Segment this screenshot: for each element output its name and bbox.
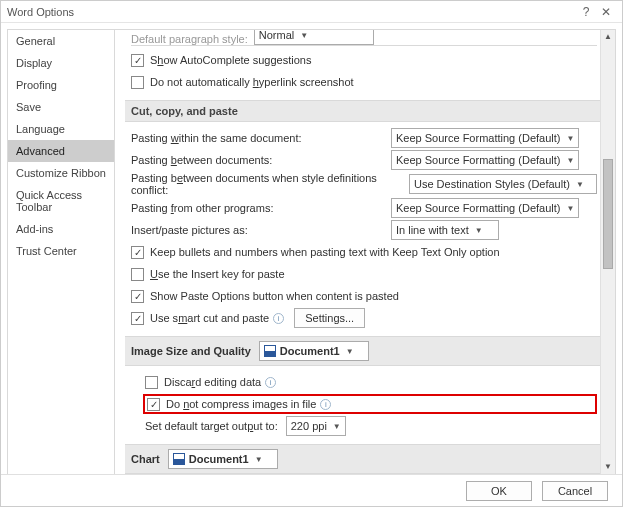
chevron-down-icon: ▼ (566, 204, 574, 213)
checkbox-hyperlink-screenshot[interactable] (131, 76, 144, 89)
dropdown-paste-between[interactable]: Keep Source Formatting (Default)▼ (391, 150, 579, 170)
chevron-down-icon: ▼ (576, 180, 584, 189)
label-paste-same: Pasting within the same document: (131, 132, 391, 144)
scroll-down-arrow-icon[interactable]: ▼ (601, 460, 615, 474)
label-autocomplete: Show AutoComplete suggestions (150, 54, 311, 66)
label-insert-pictures: Insert/paste pictures as: (131, 224, 391, 236)
sidebar-item-customize-ribbon[interactable]: Customize Ribbon (8, 162, 114, 184)
checkbox-smart-cut[interactable] (131, 312, 144, 325)
default-paragraph-label: Default paragraph style: (131, 33, 248, 45)
label-insert-key: Use the Insert key for paste (150, 268, 285, 280)
dropdown-paste-conflict[interactable]: Use Destination Styles (Default)▼ (409, 174, 597, 194)
label-paste-other: Pasting from other programs: (131, 202, 391, 214)
checkbox-keep-bullets[interactable] (131, 246, 144, 259)
chevron-down-icon: ▼ (566, 156, 574, 165)
label-hyperlink-screenshot: Do not automatically hyperlink screensho… (150, 76, 354, 88)
document-icon (264, 345, 276, 357)
sidebar-item-advanced[interactable]: Advanced (8, 140, 114, 162)
section-image-size-quality: Image Size and Quality Document1▼ (125, 336, 603, 366)
sidebar-item-general[interactable]: General (8, 30, 114, 52)
close-button[interactable]: ✕ (596, 5, 616, 19)
document-icon (173, 453, 185, 465)
dropdown-ppi[interactable]: 220 ppi▼ (286, 416, 346, 436)
label-do-not-compress: Do not compress images in file (166, 398, 316, 410)
label-paste-conflict: Pasting between documents when style def… (131, 172, 409, 196)
chevron-down-icon: ▼ (300, 31, 308, 40)
checkbox-show-paste-options[interactable] (131, 290, 144, 303)
label-show-paste-options: Show Paste Options button when content i… (150, 290, 399, 302)
checkbox-autocomplete[interactable] (131, 54, 144, 67)
checkbox-insert-key[interactable] (131, 268, 144, 281)
scrollbar[interactable]: ▲ ▼ (600, 30, 615, 474)
sidebar-item-language[interactable]: Language (8, 118, 114, 140)
chevron-down-icon: ▼ (346, 347, 354, 356)
dropdown-insert-pictures[interactable]: In line with text▼ (391, 220, 499, 240)
label-discard-editing: Discard editing data (164, 376, 261, 388)
chevron-down-icon: ▼ (333, 422, 341, 431)
nav-sidebar: General Display Proofing Save Language A… (7, 29, 115, 475)
title-bar: Word Options ? ✕ (1, 1, 622, 23)
section-cut-copy-paste: Cut, copy, and paste (125, 100, 603, 122)
content-area: General Display Proofing Save Language A… (1, 23, 622, 475)
label-default-target: Set default target output to: (145, 420, 278, 432)
partial-row-default-paragraph: Default paragraph style: Normal▼ (131, 30, 597, 46)
scroll-thumb[interactable] (603, 159, 613, 269)
highlighted-option: Do not compress images in file (143, 394, 597, 414)
info-icon[interactable] (265, 377, 276, 388)
sidebar-item-proofing[interactable]: Proofing (8, 74, 114, 96)
dropdown-chart-document[interactable]: Document1▼ (168, 449, 278, 469)
settings-button[interactable]: Settings... (294, 308, 365, 328)
dialog-footer: OK Cancel (1, 474, 622, 506)
section-chart: Chart Document1▼ (125, 444, 603, 474)
checkbox-discard-editing[interactable] (145, 376, 158, 389)
label-keep-bullets: Keep bullets and numbers when pasting te… (150, 246, 500, 258)
main-pane: Default paragraph style: Normal▼ Show Au… (115, 29, 616, 475)
info-icon[interactable] (320, 399, 331, 410)
scroll-track[interactable] (601, 44, 615, 460)
ok-button[interactable]: OK (466, 481, 532, 501)
sidebar-item-save[interactable]: Save (8, 96, 114, 118)
help-button[interactable]: ? (576, 5, 596, 19)
checkbox-do-not-compress[interactable] (147, 398, 160, 411)
sidebar-item-quick-access[interactable]: Quick Access Toolbar (8, 184, 114, 218)
label-paste-between: Pasting between documents: (131, 154, 391, 166)
dropdown-paste-same[interactable]: Keep Source Formatting (Default)▼ (391, 128, 579, 148)
sidebar-item-display[interactable]: Display (8, 52, 114, 74)
chevron-down-icon: ▼ (566, 134, 574, 143)
scroll-up-arrow-icon[interactable]: ▲ (601, 30, 615, 44)
chevron-down-icon: ▼ (475, 226, 483, 235)
cancel-button[interactable]: Cancel (542, 481, 608, 501)
label-smart-cut: Use smart cut and paste (150, 312, 269, 324)
sidebar-item-addins[interactable]: Add-ins (8, 218, 114, 240)
info-icon[interactable] (273, 313, 284, 324)
sidebar-item-trust-center[interactable]: Trust Center (8, 240, 114, 262)
dropdown-image-document[interactable]: Document1▼ (259, 341, 369, 361)
window-title: Word Options (7, 6, 576, 18)
chevron-down-icon: ▼ (255, 455, 263, 464)
dropdown-paste-other[interactable]: Keep Source Formatting (Default)▼ (391, 198, 579, 218)
default-paragraph-dropdown[interactable]: Normal▼ (254, 30, 374, 45)
